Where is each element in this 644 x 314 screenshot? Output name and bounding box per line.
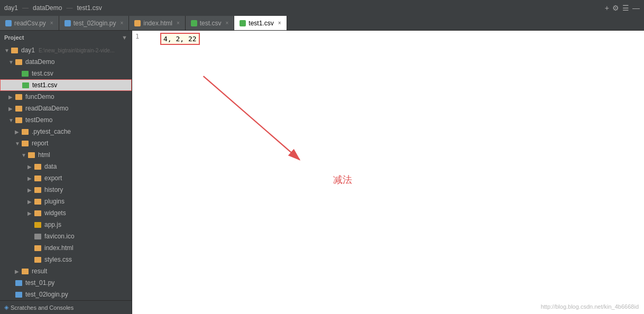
tree-prefix-0: E:\new_bigtrain\bigtrain-2-vide...	[39, 48, 114, 53]
tree-item-10[interactable]: ▶data	[0, 161, 132, 172]
tree-icon-1	[15, 59, 22, 65]
tree-arrow-14: ▶	[27, 210, 33, 216]
tree-item-13[interactable]: ▶plugins	[0, 196, 132, 207]
tab-label-readCsv: readCsv.py	[14, 20, 46, 27]
sep1: —	[22, 4, 29, 12]
file-name: test1.csv	[77, 4, 102, 12]
tree-item-9[interactable]: ▼html	[0, 149, 132, 161]
tree-label-9: html	[38, 151, 50, 159]
tab-indexhtml[interactable]: index.html×	[129, 16, 186, 30]
tab-label-indexhtml: index.html	[143, 20, 172, 27]
top-bar-actions: + ⚙ ☰ —	[605, 4, 640, 12]
tree-arrow-9: ▼	[21, 152, 26, 158]
tree-item-3[interactable]: test1.csv	[0, 79, 132, 91]
scratches-label: Scratches and Consoles	[11, 304, 73, 311]
tree-arrow-11: ▶	[27, 176, 33, 181]
tree-item-5[interactable]: ▶readDataDemo	[0, 103, 132, 114]
tree-item-19[interactable]: ▶result	[0, 265, 132, 277]
tab-label-testcsv: test.csv	[200, 20, 222, 27]
line-1: 1	[135, 33, 139, 40]
tree-arrow-5: ▶	[8, 106, 14, 112]
tree-icon-0	[11, 48, 18, 53]
tree-label-3: test1.csv	[32, 81, 57, 89]
menu-icon[interactable]: ☰	[622, 4, 629, 12]
tab-icon-test02login	[65, 20, 71, 26]
tab-test02login[interactable]: test_02login.py×	[59, 16, 130, 30]
tree-icon-4	[15, 94, 22, 100]
tree-label-14: widgets	[44, 209, 66, 217]
tab-testcsv[interactable]: test.csv×	[186, 16, 235, 30]
tree-item-7[interactable]: ▶.pytest_cache	[0, 126, 132, 137]
tree-item-0[interactable]: ▼day1E:\new_bigtrain\bigtrain-2-vide...	[0, 44, 132, 56]
watermark: http://blog.blog.csdn.net/kin_4b6668id	[541, 303, 639, 310]
tree-label-11: export	[44, 174, 62, 182]
scratches-icon: ◈	[4, 304, 8, 311]
tab-icon-readCsv	[5, 20, 12, 26]
tab-label-test1csv: test1.csv	[249, 20, 273, 27]
tree-item-11[interactable]: ▶export	[0, 172, 132, 184]
tab-readCsv[interactable]: readCsv.py×	[0, 16, 59, 30]
sidebar: Project ▼ ▼day1E:\new_bigtrain\bigtrain-…	[0, 31, 132, 314]
tab-close-testcsv[interactable]: ×	[225, 20, 228, 26]
tree-icon-21	[15, 292, 22, 298]
tree-icon-14	[34, 210, 41, 216]
tab-icon-indexhtml	[134, 20, 141, 26]
tree-item-4[interactable]: ▶funcDemo	[0, 91, 132, 103]
tree-label-21: test_02login.py	[25, 291, 68, 298]
add-icon[interactable]: +	[605, 4, 609, 12]
tree-label-10: data	[44, 163, 57, 170]
tab-close-test1csv[interactable]: ×	[278, 20, 281, 26]
code-value: 4, 2, 22	[160, 33, 200, 45]
tree-arrow-10: ▶	[27, 164, 33, 170]
tree-label-0: day1	[21, 47, 35, 54]
tree-item-12[interactable]: ▶history	[0, 184, 132, 196]
tree-arrow-6: ▼	[8, 117, 14, 123]
tree-label-6: testDemo	[25, 116, 52, 124]
tree-label-20: test_01.py	[25, 279, 54, 287]
tree-item-17[interactable]: index.html	[0, 242, 132, 254]
tree-label-8: report	[32, 140, 48, 147]
tab-close-readCsv[interactable]: ×	[50, 20, 53, 26]
tab-close-indexhtml[interactable]: ×	[177, 20, 180, 26]
tree-item-14[interactable]: ▶widgets	[0, 207, 132, 219]
line-numbers: 1	[132, 31, 153, 42]
tree-label-18: styles.css	[44, 256, 72, 263]
tree-item-8[interactable]: ▼report	[0, 137, 132, 149]
tree-item-1[interactable]: ▼dataDemo	[0, 56, 132, 68]
tree-arrow-7: ▶	[15, 129, 20, 135]
tree-arrow-4: ▶	[8, 94, 14, 100]
tree-item-16[interactable]: favicon.ico	[0, 230, 132, 242]
tree-item-21[interactable]: test_02login.py	[0, 289, 132, 300]
top-bar: day1 — dataDemo — test1.csv + ⚙ ☰ —	[0, 0, 644, 16]
tree-icon-6	[15, 117, 22, 123]
tree-item-6[interactable]: ▼testDemo	[0, 114, 132, 126]
sidebar-tree[interactable]: ▼day1E:\new_bigtrain\bigtrain-2-vide...▼…	[0, 44, 132, 300]
minimize-icon[interactable]: —	[632, 4, 640, 12]
tree-label-1: dataDemo	[25, 58, 54, 66]
tree-icon-2	[22, 71, 29, 77]
tab-test1csv[interactable]: test1.csv×	[234, 16, 287, 30]
tree-label-19: result	[32, 267, 47, 275]
tree-item-15[interactable]: app.js	[0, 219, 132, 230]
tree-icon-11	[34, 176, 41, 181]
scratches-consoles[interactable]: ◈ Scratches and Consoles	[0, 300, 132, 314]
tree-icon-15	[34, 222, 41, 228]
editor-content: 1 4, 2, 22 减法 http://blog.blog.csdn.net/…	[132, 31, 644, 314]
settings-icon[interactable]: ⚙	[612, 4, 619, 12]
tree-arrow-0: ▼	[4, 48, 10, 53]
tab-icon-testcsv	[191, 20, 197, 26]
chevron-icon: ▼	[122, 34, 127, 41]
tree-arrow-13: ▶	[27, 199, 33, 205]
tree-arrow-12: ▶	[27, 187, 33, 193]
tree-item-20[interactable]: test_01.py	[0, 277, 132, 289]
code-area[interactable]: 4, 2, 22	[156, 31, 644, 314]
tree-icon-5	[15, 106, 22, 112]
tree-item-18[interactable]: styles.css	[0, 254, 132, 265]
tree-label-16: favicon.ico	[44, 233, 75, 240]
tree-label-17: index.html	[44, 244, 73, 252]
tab-close-test02login[interactable]: ×	[120, 20, 123, 26]
tree-label-5: readDataDemo	[25, 105, 68, 112]
tree-item-2[interactable]: test.csv	[0, 68, 132, 79]
tree-icon-13	[34, 199, 41, 205]
tree-arrow-8: ▼	[15, 141, 20, 146]
